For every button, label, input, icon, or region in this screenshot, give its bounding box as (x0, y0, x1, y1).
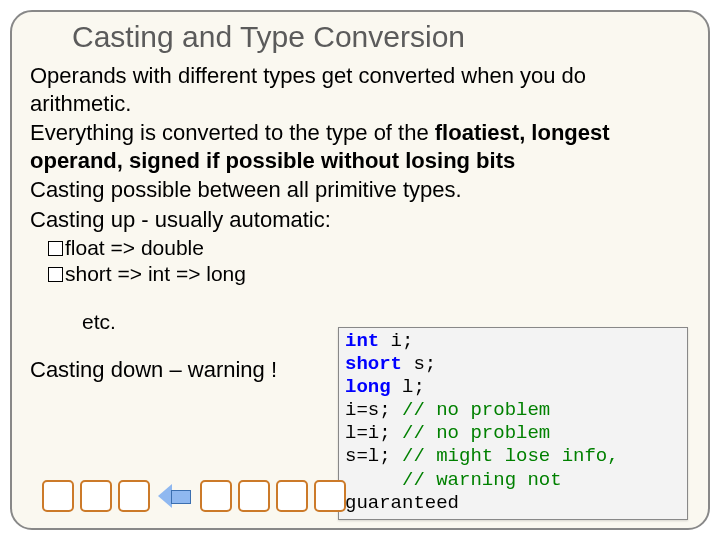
paragraph-1b-pre: Everything is converted to the type of t… (30, 120, 435, 145)
code-text: i; (379, 330, 413, 352)
checkbox-icon (48, 267, 63, 282)
code-comment: // no problem (402, 399, 550, 421)
paragraph-3: Casting up - usually automatic: (30, 206, 690, 234)
orange-box-icon (276, 480, 308, 512)
paragraph-1b: Everything is converted to the type of t… (30, 119, 690, 174)
bullet-2-text: short => int => long (65, 262, 246, 285)
code-text: l; (391, 376, 425, 398)
orange-box-icon (42, 480, 74, 512)
slide: Casting and Type Conversion Operands wit… (10, 10, 710, 530)
orange-box-icon (314, 480, 346, 512)
code-text: l=i; (345, 422, 402, 444)
code-text: s; (402, 353, 436, 375)
code-comment: // might lose info, (402, 445, 619, 467)
slide-title: Casting and Type Conversion (12, 12, 708, 60)
code-kw: short (345, 353, 402, 375)
code-box: int i; short s; long l; i=s; // no probl… (338, 327, 688, 520)
code-comment: // warning not (345, 469, 562, 491)
bottom-box-row (42, 480, 346, 512)
orange-box-icon (80, 480, 112, 512)
bullet-1: float => double (48, 235, 690, 261)
bullet-list: float => double short => int => long etc… (48, 235, 690, 335)
code-text: s=l; (345, 445, 402, 467)
code-kw: int (345, 330, 379, 352)
orange-box-icon (238, 480, 270, 512)
arrow-left-icon (158, 482, 192, 510)
code-comment: // no problem (402, 422, 550, 444)
code-kw: long (345, 376, 391, 398)
paragraph-1a: Operands with different types get conver… (30, 62, 690, 117)
code-text: i=s; (345, 399, 402, 421)
bullet-1-text: float => double (65, 236, 204, 259)
bullet-2: short => int => long (48, 261, 690, 287)
paragraph-2: Casting possible between all primitive t… (30, 176, 690, 204)
checkbox-icon (48, 241, 63, 256)
code-text: guaranteed (345, 492, 459, 514)
orange-box-icon (118, 480, 150, 512)
orange-box-icon (200, 480, 232, 512)
